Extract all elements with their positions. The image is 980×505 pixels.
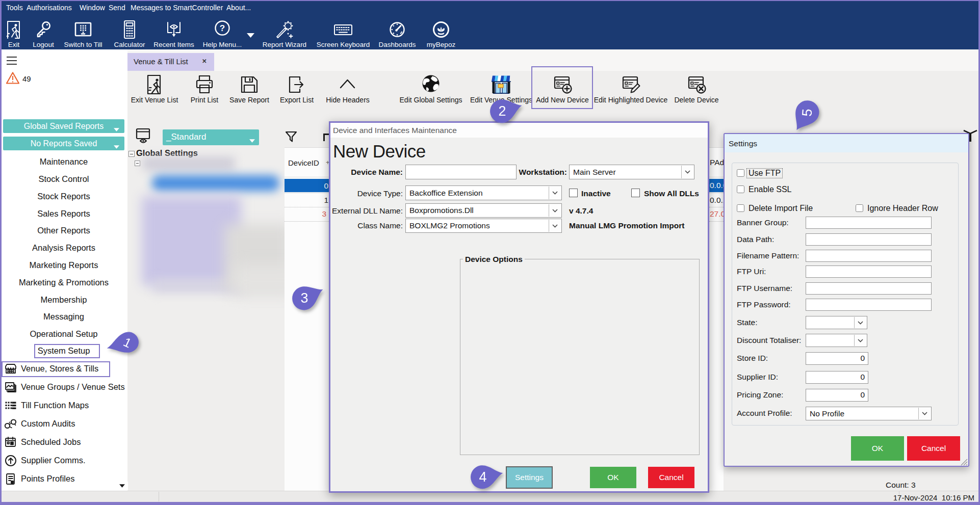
svg-text:4: 4 — [479, 469, 486, 485]
svg-text:5: 5 — [799, 108, 815, 117]
svg-text:2: 2 — [498, 103, 506, 119]
svg-text:3: 3 — [300, 290, 308, 306]
svg-text:?: ? — [220, 23, 225, 33]
